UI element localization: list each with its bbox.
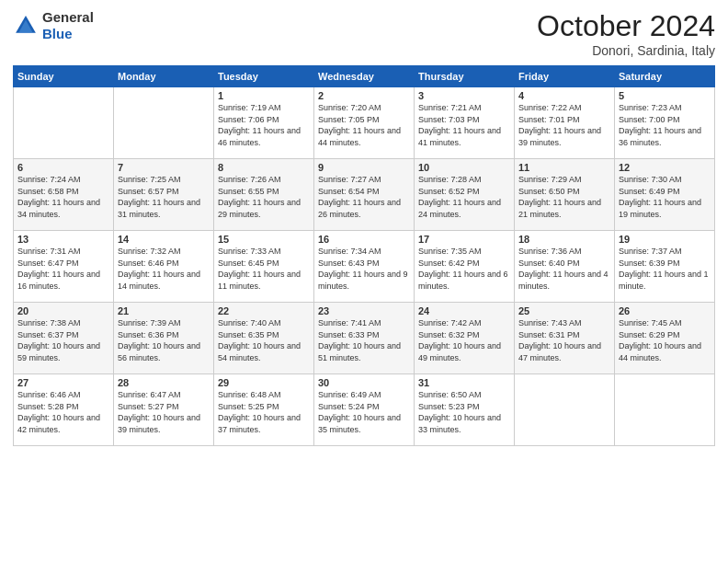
calendar-cell: 17Sunrise: 7:35 AMSunset: 6:42 PMDayligh… <box>415 231 515 303</box>
day-number: 17 <box>418 234 510 245</box>
subtitle: Donori, Sardinia, Italy <box>537 43 715 58</box>
calendar-cell: 31Sunrise: 6:50 AMSunset: 5:23 PMDayligh… <box>415 374 515 446</box>
day-number: 30 <box>318 377 410 388</box>
calendar-cell: 7Sunrise: 7:25 AMSunset: 6:57 PMDaylight… <box>114 159 214 231</box>
calendar-cell: 20Sunrise: 7:38 AMSunset: 6:37 PMDayligh… <box>14 303 114 374</box>
weekday-header-thursday: Thursday <box>415 66 515 87</box>
day-info: Sunrise: 7:39 AMSunset: 6:36 PMDaylight:… <box>118 317 210 363</box>
calendar-cell: 26Sunrise: 7:45 AMSunset: 6:29 PMDayligh… <box>615 303 715 374</box>
logo-general: General <box>42 9 94 25</box>
day-info: Sunrise: 7:43 AMSunset: 6:31 PMDaylight:… <box>518 317 610 363</box>
calendar-cell: 29Sunrise: 6:48 AMSunset: 5:25 PMDayligh… <box>214 374 314 446</box>
day-info: Sunrise: 7:20 AMSunset: 7:05 PMDaylight:… <box>318 102 410 148</box>
logo-icon <box>13 13 39 39</box>
calendar-cell: 1Sunrise: 7:19 AMSunset: 7:06 PMDaylight… <box>214 87 314 159</box>
calendar-week-row: 13Sunrise: 7:31 AMSunset: 6:47 PMDayligh… <box>14 231 715 303</box>
calendar-cell: 13Sunrise: 7:31 AMSunset: 6:47 PMDayligh… <box>14 231 114 303</box>
weekday-header-friday: Friday <box>515 66 615 87</box>
calendar-cell: 22Sunrise: 7:40 AMSunset: 6:35 PMDayligh… <box>214 303 314 374</box>
title-block: October 2024 Donori, Sardinia, Italy <box>537 9 715 58</box>
day-number: 10 <box>418 162 510 173</box>
day-info: Sunrise: 7:37 AMSunset: 6:39 PMDaylight:… <box>619 246 711 292</box>
day-info: Sunrise: 7:30 AMSunset: 6:49 PMDaylight:… <box>619 174 711 220</box>
day-info: Sunrise: 7:19 AMSunset: 7:06 PMDaylight:… <box>218 102 310 148</box>
weekday-header-saturday: Saturday <box>615 66 715 87</box>
day-info: Sunrise: 6:47 AMSunset: 5:27 PMDaylight:… <box>118 389 210 435</box>
logo-text: General Blue <box>42 9 94 42</box>
day-info: Sunrise: 7:38 AMSunset: 6:37 PMDaylight:… <box>17 317 109 363</box>
month-title: October 2024 <box>537 9 715 43</box>
weekday-header-wednesday: Wednesday <box>314 66 415 87</box>
day-number: 11 <box>518 162 610 173</box>
day-info: Sunrise: 7:28 AMSunset: 6:52 PMDaylight:… <box>418 174 510 220</box>
day-info: Sunrise: 7:42 AMSunset: 6:32 PMDaylight:… <box>418 317 510 363</box>
day-number: 9 <box>318 162 410 173</box>
calendar-cell: 2Sunrise: 7:20 AMSunset: 7:05 PMDaylight… <box>314 87 415 159</box>
calendar-cell: 30Sunrise: 6:49 AMSunset: 5:24 PMDayligh… <box>314 374 415 446</box>
calendar-cell: 14Sunrise: 7:32 AMSunset: 6:46 PMDayligh… <box>114 231 214 303</box>
day-info: Sunrise: 7:41 AMSunset: 6:33 PMDaylight:… <box>318 317 410 363</box>
header: General Blue October 2024 Donori, Sardin… <box>13 9 715 58</box>
day-number: 29 <box>218 377 310 388</box>
day-number: 15 <box>218 234 310 245</box>
day-info: Sunrise: 7:29 AMSunset: 6:50 PMDaylight:… <box>518 174 610 220</box>
calendar-cell <box>14 87 114 159</box>
calendar-week-row: 20Sunrise: 7:38 AMSunset: 6:37 PMDayligh… <box>14 303 715 374</box>
day-info: Sunrise: 7:35 AMSunset: 6:42 PMDaylight:… <box>418 246 510 292</box>
day-info: Sunrise: 7:31 AMSunset: 6:47 PMDaylight:… <box>17 246 109 292</box>
day-number: 7 <box>118 162 210 173</box>
day-number: 8 <box>218 162 310 173</box>
day-info: Sunrise: 7:32 AMSunset: 6:46 PMDaylight:… <box>118 246 210 292</box>
calendar-cell: 23Sunrise: 7:41 AMSunset: 6:33 PMDayligh… <box>314 303 415 374</box>
day-number: 28 <box>118 377 210 388</box>
calendar-cell <box>615 374 715 446</box>
day-number: 22 <box>218 305 310 316</box>
day-number: 20 <box>17 305 109 316</box>
day-number: 31 <box>418 377 510 388</box>
logo: General Blue <box>13 9 94 42</box>
day-info: Sunrise: 6:46 AMSunset: 5:28 PMDaylight:… <box>17 389 109 435</box>
calendar-week-row: 27Sunrise: 6:46 AMSunset: 5:28 PMDayligh… <box>14 374 715 446</box>
day-number: 4 <box>518 90 610 101</box>
calendar-cell: 25Sunrise: 7:43 AMSunset: 6:31 PMDayligh… <box>515 303 615 374</box>
day-number: 23 <box>318 305 410 316</box>
page: General Blue October 2024 Donori, Sardin… <box>0 0 728 563</box>
calendar-cell: 3Sunrise: 7:21 AMSunset: 7:03 PMDaylight… <box>415 87 515 159</box>
day-number: 1 <box>218 90 310 101</box>
day-info: Sunrise: 7:36 AMSunset: 6:40 PMDaylight:… <box>518 246 610 292</box>
calendar-cell: 5Sunrise: 7:23 AMSunset: 7:00 PMDaylight… <box>615 87 715 159</box>
calendar-cell: 12Sunrise: 7:30 AMSunset: 6:49 PMDayligh… <box>615 159 715 231</box>
calendar-cell: 28Sunrise: 6:47 AMSunset: 5:27 PMDayligh… <box>114 374 214 446</box>
weekday-header-row: SundayMondayTuesdayWednesdayThursdayFrid… <box>14 66 715 87</box>
day-number: 16 <box>318 234 410 245</box>
day-info: Sunrise: 7:25 AMSunset: 6:57 PMDaylight:… <box>118 174 210 220</box>
day-number: 12 <box>619 162 711 173</box>
calendar-cell: 4Sunrise: 7:22 AMSunset: 7:01 PMDaylight… <box>515 87 615 159</box>
calendar-cell: 11Sunrise: 7:29 AMSunset: 6:50 PMDayligh… <box>515 159 615 231</box>
day-info: Sunrise: 7:27 AMSunset: 6:54 PMDaylight:… <box>318 174 410 220</box>
calendar-cell: 19Sunrise: 7:37 AMSunset: 6:39 PMDayligh… <box>615 231 715 303</box>
day-info: Sunrise: 7:21 AMSunset: 7:03 PMDaylight:… <box>418 102 510 148</box>
day-info: Sunrise: 7:22 AMSunset: 7:01 PMDaylight:… <box>518 102 610 148</box>
day-number: 24 <box>418 305 510 316</box>
day-info: Sunrise: 7:23 AMSunset: 7:00 PMDaylight:… <box>619 102 711 148</box>
day-number: 26 <box>619 305 711 316</box>
weekday-header-tuesday: Tuesday <box>214 66 314 87</box>
day-number: 6 <box>17 162 109 173</box>
calendar-cell: 8Sunrise: 7:26 AMSunset: 6:55 PMDaylight… <box>214 159 314 231</box>
day-number: 21 <box>118 305 210 316</box>
day-info: Sunrise: 7:26 AMSunset: 6:55 PMDaylight:… <box>218 174 310 220</box>
day-info: Sunrise: 6:49 AMSunset: 5:24 PMDaylight:… <box>318 389 410 435</box>
day-number: 3 <box>418 90 510 101</box>
calendar-cell: 18Sunrise: 7:36 AMSunset: 6:40 PMDayligh… <box>515 231 615 303</box>
calendar-cell: 21Sunrise: 7:39 AMSunset: 6:36 PMDayligh… <box>114 303 214 374</box>
calendar-cell: 6Sunrise: 7:24 AMSunset: 6:58 PMDaylight… <box>14 159 114 231</box>
calendar-cell: 27Sunrise: 6:46 AMSunset: 5:28 PMDayligh… <box>14 374 114 446</box>
day-number: 25 <box>518 305 610 316</box>
calendar-cell: 9Sunrise: 7:27 AMSunset: 6:54 PMDaylight… <box>314 159 415 231</box>
day-number: 19 <box>619 234 711 245</box>
day-info: Sunrise: 7:34 AMSunset: 6:43 PMDaylight:… <box>318 246 410 292</box>
day-info: Sunrise: 7:40 AMSunset: 6:35 PMDaylight:… <box>218 317 310 363</box>
day-number: 27 <box>17 377 109 388</box>
calendar-week-row: 6Sunrise: 7:24 AMSunset: 6:58 PMDaylight… <box>14 159 715 231</box>
